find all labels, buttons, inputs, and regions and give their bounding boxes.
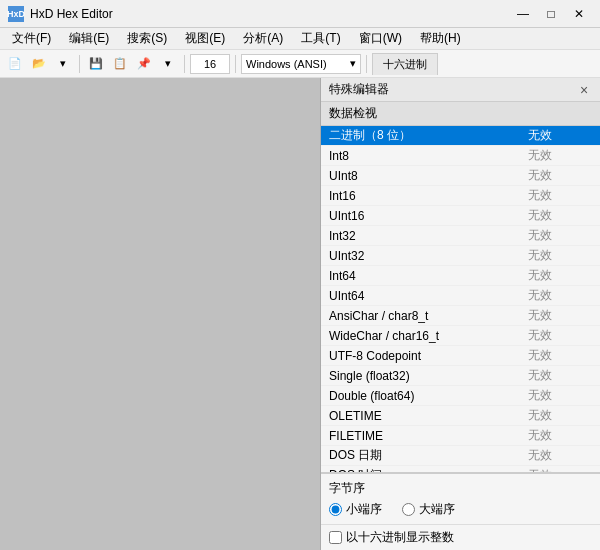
data-row[interactable]: Single (float32)无效 [321, 366, 600, 386]
encoding-combo[interactable]: Windows (ANSI) ▾ [241, 54, 361, 74]
data-row-value: 无效 [520, 427, 600, 444]
data-row-name: Double (float64) [321, 389, 520, 403]
data-row-name: Single (float32) [321, 369, 520, 383]
data-row-value: 无效 [520, 227, 600, 244]
data-row-name: FILETIME [321, 429, 520, 443]
section-title: 数据检视 [321, 102, 600, 126]
menu-item-H[interactable]: 帮助(H) [412, 29, 469, 49]
hex-display-label: 以十六进制显示整数 [346, 529, 454, 546]
window-controls: — □ ✕ [510, 4, 592, 24]
data-row-name: UInt64 [321, 289, 520, 303]
data-row[interactable]: 二进制（8 位）无效 [321, 126, 600, 146]
paste-button[interactable]: 📌 [133, 53, 155, 75]
data-row-value: 无效 [520, 207, 600, 224]
data-row-value: 无效 [520, 407, 600, 424]
separator-2 [184, 55, 185, 73]
data-row[interactable]: WideChar / char16_t无效 [321, 326, 600, 346]
data-row-value: 无效 [520, 267, 600, 284]
data-row[interactable]: Int32无效 [321, 226, 600, 246]
little-endian-radio[interactable] [329, 503, 342, 516]
byte-order-title: 字节序 [329, 480, 592, 497]
encoding-dropdown-icon: ▾ [350, 57, 356, 70]
hex-display-checkbox[interactable] [329, 531, 342, 544]
data-row-name: Int32 [321, 229, 520, 243]
menu-item-F[interactable]: 文件(F) [4, 29, 59, 49]
copy-button[interactable]: 📋 [109, 53, 131, 75]
data-row[interactable]: DOS 日期无效 [321, 446, 600, 466]
data-row-name: AnsiChar / char8_t [321, 309, 520, 323]
minimize-button[interactable]: — [510, 4, 536, 24]
little-endian-label: 小端序 [346, 501, 382, 518]
menu-bar: 文件(F)编辑(E)搜索(S)视图(E)分析(A)工具(T)窗口(W)帮助(H) [0, 28, 600, 50]
menu-item-T[interactable]: 工具(T) [293, 29, 348, 49]
data-row[interactable]: OLETIME无效 [321, 406, 600, 426]
data-row[interactable]: UInt8无效 [321, 166, 600, 186]
data-row-value: 无效 [520, 247, 600, 264]
data-row[interactable]: UTF-8 Codepoint无效 [321, 346, 600, 366]
title-bar-left: HxD HxD Hex Editor [8, 6, 113, 22]
data-row-value: 无效 [520, 187, 600, 204]
data-row[interactable]: DOS 时间无效 [321, 466, 600, 473]
data-row[interactable]: AnsiChar / char8_t无效 [321, 306, 600, 326]
data-row-value: 无效 [520, 327, 600, 344]
data-row-value: 无效 [520, 447, 600, 464]
panel-close-button[interactable]: × [576, 82, 592, 98]
big-endian-radio[interactable] [402, 503, 415, 516]
data-row-name: OLETIME [321, 409, 520, 423]
big-endian-label: 大端序 [419, 501, 455, 518]
data-row-value: 无效 [520, 347, 600, 364]
menu-item-A[interactable]: 分析(A) [235, 29, 291, 49]
byte-order-options: 小端序 大端序 [329, 501, 592, 518]
data-row-value: 无效 [520, 367, 600, 384]
save-button[interactable]: 💾 [85, 53, 107, 75]
data-row-name: Int8 [321, 149, 520, 163]
data-row-value: 无效 [520, 287, 600, 304]
data-row-name: Int64 [321, 269, 520, 283]
data-row[interactable]: Int16无效 [321, 186, 600, 206]
hex-option-section: 以十六进制显示整数 [321, 524, 600, 550]
menu-item-E[interactable]: 视图(E) [177, 29, 233, 49]
separator-3 [235, 55, 236, 73]
little-endian-option[interactable]: 小端序 [329, 501, 382, 518]
data-row-name: UInt16 [321, 209, 520, 223]
data-row-value: 无效 [520, 307, 600, 324]
data-row-value: 无效 [520, 167, 600, 184]
new-button[interactable]: 📄 [4, 53, 26, 75]
data-row[interactable]: UInt64无效 [321, 286, 600, 306]
byte-order-section: 字节序 小端序 大端序 [321, 473, 600, 524]
window-title: HxD Hex Editor [30, 7, 113, 21]
data-row-name: Int16 [321, 189, 520, 203]
big-endian-option[interactable]: 大端序 [402, 501, 455, 518]
data-row[interactable]: UInt16无效 [321, 206, 600, 226]
menu-item-W[interactable]: 窗口(W) [351, 29, 410, 49]
data-row[interactable]: FILETIME无效 [321, 426, 600, 446]
menu-item-S[interactable]: 搜索(S) [119, 29, 175, 49]
data-table: 二进制（8 位）无效Int8无效UInt8无效Int16无效UInt16无效In… [321, 126, 600, 473]
close-button[interactable]: ✕ [566, 4, 592, 24]
maximize-button[interactable]: □ [538, 4, 564, 24]
main-area: 特殊编辑器 × 数据检视 二进制（8 位）无效Int8无效UInt8无效Int1… [0, 78, 600, 550]
panel-title-bar: 特殊编辑器 × [321, 78, 600, 102]
data-row-name: WideChar / char16_t [321, 329, 520, 343]
data-row-name: 二进制（8 位） [321, 127, 520, 144]
dropdown-button[interactable]: ▾ [52, 53, 74, 75]
open-button[interactable]: 📂 [28, 53, 50, 75]
separator-4 [366, 55, 367, 73]
data-row[interactable]: Int8无效 [321, 146, 600, 166]
data-row-name: DOS 日期 [321, 447, 520, 464]
dropdown-button2[interactable]: ▾ [157, 53, 179, 75]
data-row[interactable]: UInt32无效 [321, 246, 600, 266]
zoom-display: 16 [190, 54, 230, 74]
data-row[interactable]: Double (float64)无效 [321, 386, 600, 406]
app-icon-text: HxD [7, 9, 25, 19]
separator-1 [79, 55, 80, 73]
data-row-name: UTF-8 Codepoint [321, 349, 520, 363]
data-row-value: 无效 [520, 127, 600, 144]
menu-item-E[interactable]: 编辑(E) [61, 29, 117, 49]
hex-tab[interactable]: 十六进制 [372, 53, 438, 75]
data-row-name: UInt32 [321, 249, 520, 263]
hex-editor-area [0, 78, 320, 550]
app-icon: HxD [8, 6, 24, 22]
encoding-value: Windows (ANSI) [246, 58, 327, 70]
data-row[interactable]: Int64无效 [321, 266, 600, 286]
